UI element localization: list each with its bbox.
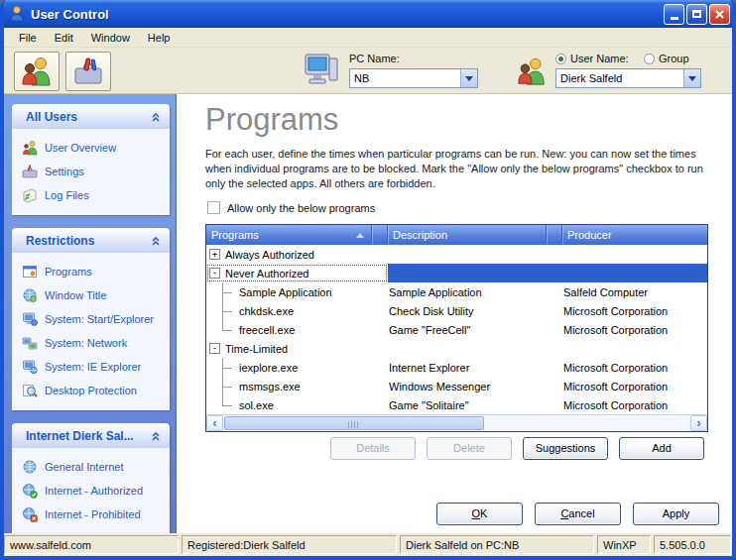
tree-connector [209, 358, 239, 377]
pc-name-dropdown-arrow[interactable] [460, 69, 477, 87]
section-header-restrictions[interactable]: Restrictions [12, 228, 170, 253]
minimize-icon [671, 17, 678, 20]
user-control-window: User Control File Edit Window Help [0, 0, 736, 560]
sidebar-item-system-start-explorer[interactable]: System: Start/Explorer [20, 307, 166, 331]
column-header-producer[interactable]: Producer [562, 225, 707, 245]
sidebar-item-programs[interactable]: Programs [20, 260, 166, 283]
chevron-down-icon [688, 76, 696, 81]
log-file-icon [22, 187, 38, 203]
section-header-internet[interactable]: Internet Dierk Sal... [12, 423, 170, 448]
group-radio-label: Group [659, 53, 689, 64]
tree-expand-icon[interactable]: + [209, 249, 220, 260]
chevron-double-up-icon[interactable] [150, 111, 162, 123]
user-name-combobox[interactable]: Dierk Salfeld [555, 68, 701, 88]
sidebar-item-settings[interactable]: Settings [20, 160, 166, 183]
scroll-right-arrow[interactable]: › [690, 415, 707, 431]
column-header-programs[interactable]: Programs [206, 225, 371, 245]
close-icon [714, 9, 725, 20]
dialog-buttons: OK Cancel Apply [436, 503, 719, 525]
table-row-group[interactable]: - Time-Limited [206, 339, 707, 358]
menu-bar: File Edit Window Help [4, 28, 732, 48]
network-icon [22, 335, 38, 351]
table-row[interactable]: msmsgs.exe Windows Messenger Microsoft C… [206, 377, 707, 395]
users-toolbar-button[interactable] [14, 52, 60, 91]
scrollbar-thumb[interactable] [224, 416, 484, 430]
computer-globe-icon [22, 359, 38, 375]
add-button[interactable]: Add [619, 437, 704, 460]
user-name-radio[interactable]: User Name: [555, 53, 629, 64]
status-registered: Registered:Dierk Salfeld [182, 535, 397, 554]
tree-connector [209, 377, 239, 395]
sidebar-item-internet-prohibited[interactable]: Internet - Prohibited [20, 503, 166, 526]
chevron-double-up-icon[interactable] [150, 235, 162, 247]
globe-block-icon [22, 506, 38, 522]
maximize-button[interactable] [686, 4, 707, 25]
sidebar-section-internet: Internet Dierk Sal... General Internet [12, 423, 170, 533]
toolbar: PC Name: NB User Name: Group Dierk Salfe… [4, 48, 732, 94]
cancel-button[interactable]: Cancel [535, 503, 621, 525]
user-name-dropdown-arrow[interactable] [683, 69, 700, 87]
table-row[interactable]: iexplore.exe Internet Explorer Microsoft… [206, 358, 707, 377]
sidebar-section-all-users: All Users User Overview [12, 104, 170, 215]
user-name-radio-label: User Name: [570, 53, 629, 64]
status-website: www.salfeld.com [4, 535, 179, 554]
scrollbar-track[interactable] [223, 415, 690, 431]
sidebar-item-internet-authorized[interactable]: Internet - Authorized [20, 479, 166, 503]
table-row[interactable]: Sample Application Sample Application Sa… [206, 282, 707, 301]
section-header-all-users[interactable]: All Users [12, 104, 170, 129]
users-icon [22, 140, 38, 156]
maximize-icon [692, 10, 701, 18]
table-row[interactable]: sol.exe Game "Solitaire" Microsoft Corpo… [206, 395, 707, 414]
tree-collapse-icon[interactable]: - [209, 268, 220, 279]
pc-name-combobox[interactable]: NB [349, 68, 478, 88]
user-group-icon [516, 56, 548, 87]
allow-only-checkbox[interactable] [207, 201, 220, 214]
close-button[interactable] [709, 4, 730, 25]
title-bar: User Control [0, 0, 736, 28]
tree-connector [209, 301, 239, 320]
user-name-value: Dierk Salfeld [556, 69, 683, 87]
column-header-description[interactable]: Description [388, 225, 546, 245]
sidebar-item-system-ie-explorer[interactable]: System: IE Explorer [20, 355, 166, 379]
chevron-double-up-icon[interactable] [150, 430, 162, 442]
table-row-group[interactable]: + Always Authorized [206, 245, 707, 264]
tree-collapse-icon[interactable]: - [209, 343, 220, 354]
sidebar-item-general-internet[interactable]: General Internet [20, 455, 166, 479]
scroll-left-arrow[interactable]: ‹ [206, 415, 223, 431]
group-radio[interactable]: Group [644, 53, 689, 64]
main-panel: Programs For each user, define the times… [177, 94, 732, 533]
radio-selected-icon [555, 54, 566, 64]
ok-button[interactable]: OK [436, 503, 523, 525]
tree-connector [209, 395, 239, 414]
minimize-button[interactable] [664, 4, 684, 25]
suggestions-button[interactable]: Suggestions [523, 437, 608, 460]
status-user-pc: Dierk Salfeld on PC:NB [400, 535, 594, 554]
computer-icon [22, 311, 38, 327]
allow-only-checkbox-row: Allow only the below programs [207, 201, 375, 214]
menu-window[interactable]: Window [82, 30, 139, 46]
pc-icon [302, 53, 339, 89]
magnifier-icon [22, 383, 38, 398]
menu-help[interactable]: Help [139, 30, 180, 46]
sidebar-item-user-overview[interactable]: User Overview [20, 136, 166, 160]
table-row[interactable]: chkdsk.exe Check Disk Utility Microsoft … [206, 301, 707, 320]
table-row[interactable]: freecell.exe Game "FreeCell" Microsoft C… [206, 320, 707, 339]
table-header: Programs Description Producer [206, 225, 707, 245]
sort-ascending-icon [356, 233, 364, 238]
toolbox-icon [22, 164, 38, 179]
sidebar-item-window-title[interactable]: Window Title [20, 283, 166, 307]
globe-check-icon [22, 483, 38, 499]
settings-toolbar-button[interactable] [65, 52, 111, 91]
status-os: WinXP [597, 535, 651, 554]
menu-file[interactable]: File [10, 30, 46, 46]
sidebar-item-system-network[interactable]: System: Network [20, 331, 166, 355]
page-description: For each user, define the times when par… [205, 147, 719, 191]
pc-name-label: PC Name: [349, 53, 400, 64]
table-action-buttons: Details Delete Suggestions Add [330, 437, 704, 460]
sidebar-item-log-files[interactable]: Log Files [20, 183, 166, 207]
menu-edit[interactable]: Edit [46, 30, 82, 46]
sidebar-item-desktop-protection[interactable]: Desktop Protection [20, 379, 166, 402]
apply-button[interactable]: Apply [633, 503, 719, 525]
table-row-group-selected[interactable]: - Never Authorized [206, 264, 707, 282]
horizontal-scrollbar[interactable]: ‹ › [206, 414, 707, 431]
